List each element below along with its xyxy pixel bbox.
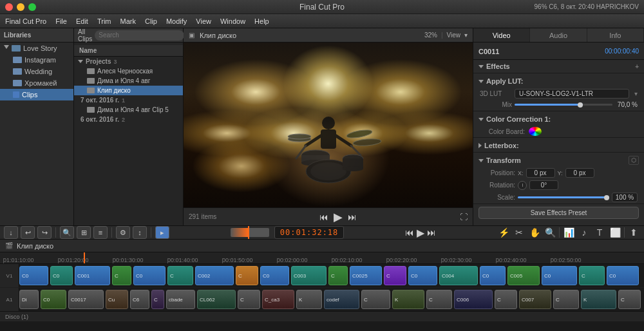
audio-clip-block[interactable]: C <box>151 290 164 309</box>
apply-lut-header[interactable]: Apply LUT: <box>473 75 644 88</box>
browser-item-dima-clip5[interactable]: Дима и Юля 4 авг Clip 5 <box>74 105 183 115</box>
clip-block[interactable]: C003 <box>291 266 327 285</box>
audio-clip-block[interactable]: C006 <box>454 290 493 309</box>
list-view-button[interactable]: ≡ <box>93 226 108 239</box>
play-button[interactable]: ▶ <box>334 210 343 224</box>
scale-value[interactable]: 100 % <box>612 193 638 202</box>
audio-clip-block[interactable]: K <box>581 290 616 309</box>
audio-clip-block[interactable]: K <box>296 290 322 309</box>
view-toggle-button[interactable]: ⊞ <box>77 226 91 239</box>
position-x-value[interactable]: 0 px <box>526 168 555 178</box>
library-item-instagram[interactable]: Instagram <box>0 54 73 66</box>
clip-block[interactable]: C0025 <box>350 266 382 285</box>
audio-clip-block[interactable]: Cu <box>106 290 128 309</box>
play-pause-button[interactable]: ▶ <box>417 227 424 239</box>
zoom-tool-button[interactable]: 🔍 <box>544 226 556 239</box>
tab-video[interactable]: Video <box>473 28 530 42</box>
clip-block[interactable]: C <box>328 266 348 285</box>
audio-clip-block[interactable]: C6 <box>130 290 149 309</box>
clip-block[interactable]: C0 <box>260 266 289 285</box>
browser-search-input[interactable] <box>95 30 184 41</box>
effects-header[interactable]: Effects + <box>473 60 644 73</box>
clip-block[interactable]: C0 <box>408 266 437 285</box>
audio-clip-block[interactable]: C <box>238 290 260 309</box>
browser-item-dima[interactable]: Дима и Юля 4 авг <box>74 76 183 86</box>
audio-clip-block[interactable]: C <box>426 290 452 309</box>
library-item-wedding[interactable]: Wedding <box>0 66 73 77</box>
audio-clip-block[interactable]: C <box>618 290 641 309</box>
menu-modify[interactable]: Modify <box>166 17 187 25</box>
audio-clip-block[interactable]: C_ca3 <box>262 290 294 309</box>
date-group-6oct[interactable]: 6 окт. 2016 г. 2 <box>74 115 183 124</box>
clip-block[interactable]: C0 <box>542 266 577 285</box>
audio-clip-block[interactable]: C <box>361 290 390 309</box>
share-button[interactable]: ⬆ <box>627 226 640 239</box>
clip-block[interactable]: C <box>384 266 406 285</box>
clip-block[interactable]: C002 <box>195 266 234 285</box>
audio-clip-block[interactable]: C0017 <box>68 290 104 309</box>
redo-button[interactable]: ↪ <box>37 226 52 239</box>
clip-block[interactable]: C <box>167 266 193 285</box>
clip-block[interactable]: C0 <box>133 266 166 285</box>
menu-file[interactable]: File <box>55 17 67 25</box>
date-group-7oct[interactable]: 7 окт. 2016 г. 1 <box>74 95 183 105</box>
audio-clip-block[interactable]: K <box>392 290 424 309</box>
library-item-love-story[interactable]: Love Story <box>0 43 73 54</box>
playhead[interactable] <box>84 252 85 264</box>
menu-help[interactable]: Help <box>254 17 269 25</box>
position-scrubber[interactable] <box>231 228 269 237</box>
audio-clip-block[interactable]: cbade <box>166 290 195 309</box>
chevron-down-icon[interactable]: ▾ <box>464 32 468 39</box>
lut-dropdown-icon[interactable]: ▾ <box>634 90 638 97</box>
menu-fcp[interactable]: Final Cut Pro <box>5 17 46 25</box>
hand-tool-button[interactable]: ✋ <box>528 226 541 239</box>
clip-block[interactable]: C <box>579 266 605 285</box>
save-effects-preset-button[interactable]: Save Effects Preset <box>478 207 639 219</box>
menu-mark[interactable]: Mark <box>120 17 136 25</box>
clip-block[interactable]: C0 <box>50 266 73 285</box>
audio-clip-block[interactable]: C0 <box>41 290 66 309</box>
window-controls[interactable] <box>5 3 36 11</box>
audio-clip-block[interactable]: Di <box>19 290 39 309</box>
color-board-icon[interactable] <box>529 127 542 136</box>
position-y-value[interactable]: 0 px <box>565 168 594 178</box>
clip-block[interactable]: C0 <box>19 266 48 285</box>
skip-forward-button[interactable]: ⏭ <box>348 212 357 222</box>
transform-header[interactable]: Transform ⬡ <box>473 154 644 167</box>
audio-clip-block[interactable]: C007 <box>519 290 551 309</box>
browser-item-aleska[interactable]: Алеся Чернооская <box>74 66 183 76</box>
audio-clip-block[interactable]: C <box>495 290 517 309</box>
music-icon[interactable]: ♪ <box>578 226 591 239</box>
clip-block[interactable]: C <box>112 266 131 285</box>
skip-back-button[interactable]: ⏮ <box>319 212 328 222</box>
menu-trim[interactable]: Trim <box>97 17 111 25</box>
select-tool-button[interactable]: ▸ <box>155 226 169 239</box>
clip-block[interactable]: C004 <box>439 266 478 285</box>
menu-clip[interactable]: Clip <box>145 17 157 25</box>
timecode-display[interactable]: 00:01:32:18 <box>274 226 344 239</box>
fullscreen-icon[interactable]: ⛶ <box>460 213 468 222</box>
menu-edit[interactable]: Edit <box>76 17 88 25</box>
clip-block[interactable]: C0 <box>607 266 639 285</box>
zoom-out-button[interactable]: 🔍 <box>60 226 74 239</box>
clip-block[interactable]: C0 <box>480 266 506 285</box>
clip-block[interactable]: C <box>236 266 258 285</box>
magnetic-tool-button[interactable]: ⚡ <box>497 226 510 239</box>
lut-name[interactable]: U-SONY-S-LOG2-V1-LTR <box>515 89 629 99</box>
close-button[interactable] <box>5 3 13 11</box>
audio-clip-block[interactable]: CL062 <box>197 290 236 309</box>
effects-add-icon[interactable]: + <box>635 63 639 70</box>
library-item-clips[interactable]: Clips <box>0 89 73 100</box>
audio-meter-button[interactable]: 📊 <box>562 226 575 239</box>
menu-window[interactable]: Window <box>220 17 245 25</box>
color-correction-header[interactable]: Color Correction 1: <box>473 113 644 126</box>
view-button[interactable]: View <box>447 32 461 39</box>
rewind-button[interactable]: ⏮ <box>405 227 414 238</box>
letterbox-header[interactable]: Letterbox: <box>473 139 644 152</box>
mix-slider[interactable] <box>515 104 612 106</box>
generator-button[interactable]: ⬜ <box>609 226 621 239</box>
projects-group[interactable]: Projects 3 <box>74 57 183 66</box>
audio-clip-block[interactable]: C <box>553 290 579 309</box>
transform-keyframe-icon[interactable]: ⬡ <box>629 156 639 165</box>
minimize-button[interactable] <box>17 3 24 11</box>
